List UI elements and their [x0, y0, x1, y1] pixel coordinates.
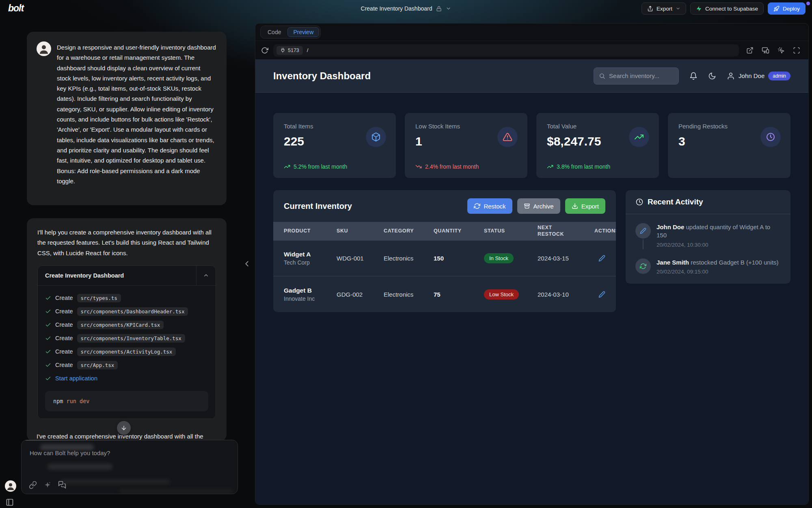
url-path: /	[307, 47, 309, 53]
activity-title: Recent Activity	[648, 198, 703, 206]
refresh-icon	[635, 258, 651, 274]
assistant-intro-text: I'll help you create a comprehensive inv…	[37, 227, 216, 258]
product-name: Gadget B	[284, 287, 337, 294]
inventory-search[interactable]	[594, 67, 679, 85]
quantity-cell[interactable]: 75	[434, 291, 484, 298]
project-title: Create Inventory Dashboard	[361, 5, 432, 12]
activity-item: John Doe updated quantity of Widget A to…	[635, 223, 781, 248]
tab-preview[interactable]: Preview	[287, 27, 319, 37]
kpi-card-total-value: Total Value $8,247.75 3.8% from last mon…	[536, 113, 659, 178]
user-icon	[727, 72, 735, 80]
activity-timestamp: 20/02/2024, 09:15:00	[657, 269, 779, 275]
assistant-outro-text: I've created a comprehensive inventory d…	[37, 433, 227, 440]
chat-input[interactable]	[30, 447, 216, 458]
activity-item: Jane Smith restocked Gadget B (+100 unit…	[635, 258, 781, 275]
file-pill[interactable]: src/App.tsx	[77, 361, 118, 369]
attach-link-icon[interactable]	[29, 481, 37, 489]
export-csv-button[interactable]: Export	[565, 198, 605, 214]
task-step: Create src/components/KPICard.tsx	[45, 318, 208, 332]
deploy-button[interactable]: Deploy	[768, 2, 806, 15]
clock-icon	[760, 127, 781, 147]
account-avatar[interactable]	[5, 480, 16, 492]
top-bar: bolt Create Inventory Dashboard Export C…	[0, 0, 812, 17]
task-step: Create src/components/DashboardHeader.ts…	[45, 305, 208, 318]
composer-accent-line	[22, 440, 238, 441]
start-application-step: Start application	[45, 372, 208, 385]
table-row: Widget A Tech Corp WDG-001 Electronics 1…	[273, 241, 616, 276]
check-icon	[45, 295, 51, 301]
product-supplier: Innovate Inc	[284, 295, 337, 302]
notification-dot	[806, 2, 810, 5]
open-external-icon[interactable]	[746, 47, 754, 54]
product-name: Widget A	[284, 251, 337, 258]
file-pill[interactable]: src/components/DashboardHeader.tsx	[77, 307, 188, 316]
clock-icon	[635, 198, 644, 206]
product-supplier: Tech Corp	[284, 259, 337, 266]
user-message: Design a responsive and user-friendly in…	[27, 32, 227, 205]
check-icon	[45, 349, 51, 355]
task-card-title: Create Inventory Dashboard	[38, 272, 196, 279]
code-preview-segmented-control: Code Preview	[260, 26, 321, 39]
arrow-down-icon	[121, 425, 127, 431]
inventory-table-header: PRODUCT SKU CATEGORY QUANTITY STATUS NEX…	[273, 222, 616, 241]
discuss-mode-icon[interactable]	[58, 481, 66, 489]
share-icon	[647, 6, 653, 12]
check-icon	[45, 376, 51, 382]
activity-timestamp: 20/02/2024, 10:30:00	[657, 242, 781, 248]
file-pill[interactable]: src/types.ts	[77, 294, 121, 302]
collapse-chat-chevron[interactable]	[242, 259, 251, 268]
file-pill[interactable]: src/components/KPICard.tsx	[77, 321, 164, 329]
edit-row-icon[interactable]	[598, 291, 605, 298]
edit-row-icon[interactable]	[598, 255, 605, 262]
package-icon	[366, 127, 386, 147]
file-pill[interactable]: src/components/InventoryTable.tsx	[77, 334, 185, 343]
quantity-cell[interactable]: 150	[434, 255, 484, 262]
user-name: John Doe	[739, 72, 764, 79]
task-card-header[interactable]: Create Inventory Dashboard	[38, 266, 216, 285]
check-icon	[45, 308, 51, 315]
tab-code[interactable]: Code	[262, 27, 287, 37]
url-field[interactable]: 5173 /	[273, 44, 739, 56]
command-args: run dev	[67, 398, 90, 404]
preview-address-bar: 5173 /	[255, 41, 808, 59]
dashboard-header: Inventory Dashboard John Doe admin	[255, 59, 808, 93]
user-avatar	[37, 41, 51, 56]
connect-supabase-button[interactable]: Connect to Supabase	[690, 2, 764, 15]
inspect-element-icon[interactable]	[777, 47, 785, 54]
blurred-content	[48, 464, 112, 470]
bell-icon[interactable]	[689, 72, 698, 80]
archive-icon	[524, 203, 530, 209]
alert-triangle-icon	[497, 127, 518, 147]
download-icon	[572, 203, 578, 209]
kpi-card-low-stock: Low Stock Items 1 2.4% from last month	[405, 113, 527, 178]
reload-icon[interactable]	[261, 47, 268, 54]
responsive-devices-icon[interactable]	[762, 46, 769, 54]
sidebar-toggle-icon[interactable]	[6, 498, 14, 506]
lock-icon	[436, 6, 442, 12]
project-title-group[interactable]: Create Inventory Dashboard	[361, 0, 451, 17]
export-button[interactable]: Export	[641, 2, 686, 15]
chevron-down-icon[interactable]	[445, 6, 451, 11]
sparkles-icon[interactable]	[44, 481, 51, 488]
refresh-icon	[474, 203, 480, 209]
chevron-up-icon	[203, 272, 209, 278]
restock-button[interactable]: Restock	[467, 198, 512, 214]
dark-mode-toggle-icon[interactable]	[708, 72, 716, 80]
task-step: Create src/App.tsx	[45, 358, 208, 372]
kpi-card-pending-restocks: Pending Restocks 3	[668, 113, 790, 178]
fullscreen-icon[interactable]	[793, 47, 800, 54]
file-pill[interactable]: src/components/ActivityLog.tsx	[77, 347, 176, 356]
user-menu[interactable]: John Doe admin	[727, 72, 790, 80]
archive-button[interactable]: Archive	[517, 198, 560, 214]
search-input[interactable]	[609, 72, 674, 79]
status-badge: Low Stock	[484, 289, 519, 300]
bolt-logo: bolt	[8, 3, 24, 14]
scroll-to-bottom-button[interactable]	[117, 421, 131, 435]
chat-composer[interactable]	[21, 440, 238, 494]
collapse-task-card-button[interactable]	[196, 266, 216, 285]
blurred-content	[119, 489, 233, 494]
port-pill[interactable]: 5173	[276, 46, 303, 55]
sku-cell: WDG-001	[337, 255, 384, 262]
start-application-link[interactable]: Start application	[55, 375, 97, 382]
trending-up-icon	[629, 127, 649, 147]
